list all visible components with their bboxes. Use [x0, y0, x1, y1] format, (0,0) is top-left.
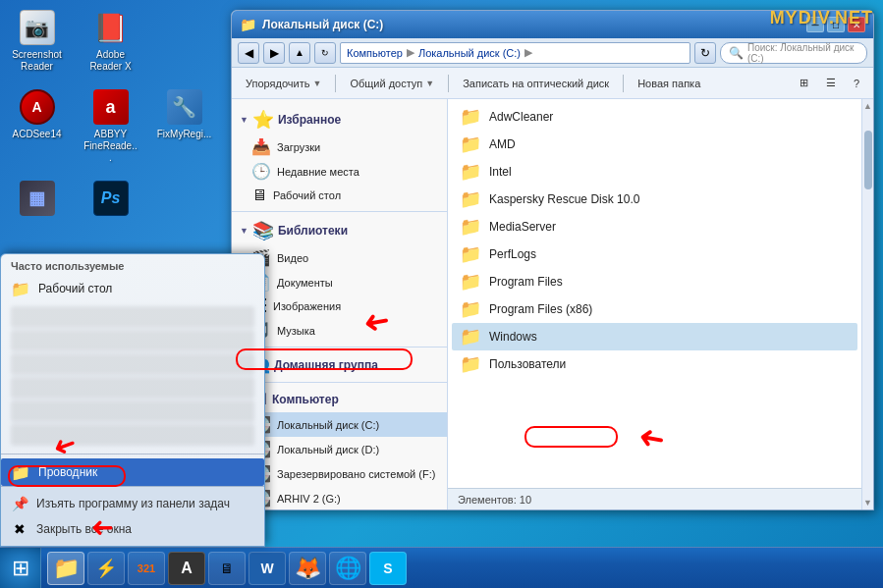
libraries-header[interactable]: ▼ 📚 Библиотеки [232, 216, 447, 245]
forward-button[interactable]: ▶ [263, 42, 285, 64]
share-button[interactable]: Общий доступ ▼ [342, 75, 442, 92]
explorer-window: 📁 Локальный диск (C:) ─ □ ✕ ◀ ▶ ▲ ↻ Комп… [231, 10, 874, 510]
blurred-item-3 [11, 353, 254, 375]
status-bar: Элементов: 10 [448, 488, 861, 509]
favorites-label: Избранное [278, 113, 341, 127]
desktop-icon-fixmyreg[interactable]: 🔧 FixMyRegi... [152, 84, 216, 168]
taskbar-skype-icon: S [383, 561, 392, 576]
taskbar-item-media[interactable]: 321 [128, 552, 165, 585]
desktop-icon-photoshop[interactable]: Ps [79, 176, 142, 224]
panel-divider-1 [232, 211, 447, 212]
search-icon: 🔍 [729, 46, 744, 60]
burn-button[interactable]: Записать на оптический диск [455, 75, 617, 92]
local-c-label: Локальный диск (C:) [277, 419, 379, 431]
organize-button[interactable]: Упорядочить ▼ [238, 75, 329, 92]
window-title: Локальный диск (C:) [262, 18, 383, 31]
taskbar-item-flash[interactable]: ⚡ [87, 552, 125, 585]
file-item-users[interactable]: 📁 Пользователи [452, 350, 857, 378]
desktop-menu-icon: 📁 [11, 279, 30, 298]
address-path[interactable]: Компьютер ▶ Локальный диск (C:) ▶ [340, 42, 690, 64]
file-item-program-files-x86[interactable]: 📁 Program Files (x86) [452, 295, 857, 323]
nav-downloads[interactable]: 📥 Загрузки [232, 134, 447, 159]
taskbar-item-skype[interactable]: S [369, 552, 407, 585]
taskbar-items: 📁 ⚡ 321 A 🖥 W 🦊 [41, 548, 413, 588]
start-menu-remove-pin[interactable]: 📌 Изъять программу из панели задач [1, 491, 264, 516]
intel-label: Intel [489, 165, 512, 179]
nav-recent[interactable]: 🕒 Недавние места [232, 159, 447, 184]
file-item-perflogs[interactable]: 📁 PerfLogs [452, 241, 857, 268]
scroll-down-button[interactable]: ▼ [863, 498, 872, 508]
start-menu-bottom: 📌 Изъять программу из панели задач ✖ Зак… [1, 486, 264, 546]
perflogs-label: PerfLogs [489, 247, 536, 261]
local-d-label: Локальный диск (D:) [277, 444, 379, 455]
blurred-item-4 [11, 377, 254, 399]
new-folder-button[interactable]: Новая папка [630, 75, 708, 92]
blurred-items-container [1, 302, 264, 450]
watermark-net: .NET [829, 8, 873, 27]
screenshot-reader-label: Screenshot Reader [9, 49, 65, 73]
file-item-adwcleaner[interactable]: 📁 AdwCleaner [452, 103, 857, 131]
scrollbar-thumb[interactable] [864, 131, 872, 189]
path-refresh-button[interactable]: ↻ [694, 42, 716, 64]
scrollbar[interactable]: ▲ ▼ [861, 99, 873, 509]
explorer-main: ▼ ⭐ Избранное 📥 Загрузки 🕒 Недавние мест… [232, 99, 873, 509]
desktop-icons: 📷 Screenshot Reader 📕 Adobe Reader X A [5, 5, 216, 224]
taskbar-media-label: 321 [138, 562, 155, 574]
downloads-folder-icon: 📥 [251, 137, 271, 156]
taskbar-item-display[interactable]: 🖥 [208, 552, 246, 585]
taskbar-font-label: A [181, 560, 193, 577]
taskbar-item-firefox[interactable]: 🦊 [289, 552, 326, 585]
taskbar-item-explorer[interactable]: 📁 [47, 552, 84, 585]
burn-label: Записать на оптический диск [463, 78, 609, 89]
system-f-label: Зарезервировано системой (F:) [277, 468, 435, 480]
mediaserver-label: MediaServer [489, 220, 556, 234]
favorites-arrow-icon: ▼ [240, 115, 248, 125]
file-item-kaspersky[interactable]: 📁 Kaspersky Rescue Disk 10.0 [452, 186, 857, 213]
file-item-windows[interactable]: 📁 Windows [452, 323, 857, 350]
start-menu-item-desktop[interactable]: 📁 Рабочий стол [1, 275, 264, 302]
up-button[interactable]: ▲ [289, 42, 310, 64]
adobe-reader-label: Adobe Reader X [83, 49, 138, 73]
program-files-x86-label: Program Files (x86) [489, 302, 592, 316]
path-part-local-disk[interactable]: Локальный диск (C:) [418, 47, 521, 59]
file-list: 📁 AdwCleaner 📁 AMD 📁 Intel 📁 Kaspersky R… [448, 99, 861, 488]
provodnik-label: Проводник [38, 465, 97, 479]
users-label: Пользователи [489, 357, 566, 371]
back-button[interactable]: ◀ [238, 42, 259, 64]
desktop-icon-vmware[interactable]: ▦ [5, 176, 69, 224]
toolbar-sep-3 [623, 75, 624, 92]
taskbar-flash-icon: ⚡ [95, 558, 117, 579]
scroll-up-button[interactable]: ▲ [863, 101, 872, 111]
start-button[interactable] [0, 548, 41, 589]
file-item-amd[interactable]: 📁 AMD [452, 131, 857, 158]
adwcleaner-folder-icon: 📁 [460, 106, 481, 128]
file-item-intel[interactable]: 📁 Intel [452, 158, 857, 186]
desktop-icon-acdsee[interactable]: A ACDSee14 [5, 84, 69, 168]
intel-folder-icon: 📁 [460, 161, 481, 183]
start-menu-item-provodnik[interactable]: 📁 Проводник [1, 458, 264, 486]
path-part-computer[interactable]: Компьютер [347, 47, 403, 59]
refresh-button[interactable]: ↻ [314, 42, 336, 64]
homegroup-label: Домашняя группа [274, 358, 378, 372]
favorites-header[interactable]: ▼ ⭐ Избранное [232, 105, 447, 134]
help-button[interactable]: ? [846, 75, 867, 92]
libraries-label: Библиотеки [278, 224, 348, 238]
desktop-icon-screenshot-reader[interactable]: 📷 Screenshot Reader [5, 5, 69, 77]
start-menu-close-all[interactable]: ✖ Закрыть все окна [1, 516, 264, 542]
desktop-icon-adobe-reader[interactable]: 📕 Adobe Reader X [79, 5, 142, 77]
screenshot-reader-icon: 📷 [19, 9, 56, 46]
nav-desktop[interactable]: 🖥 Рабочий стол [232, 184, 447, 207]
start-menu-divider [1, 454, 264, 454]
file-item-program-files[interactable]: 📁 Program Files [452, 268, 857, 295]
desktop-icon-abbyy[interactable]: a ABBYY FineReade... [79, 84, 142, 168]
search-box[interactable]: 🔍 Поиск: Локальный диск (C:) [720, 42, 867, 64]
view-grid-button[interactable]: ⊞ [792, 74, 816, 92]
search-placeholder: Поиск: Локальный диск (C:) [747, 42, 858, 64]
right-panel: 📁 AdwCleaner 📁 AMD 📁 Intel 📁 Kaspersky R… [448, 99, 861, 509]
taskbar-item-word[interactable]: W [248, 552, 286, 585]
address-bar: ◀ ▶ ▲ ↻ Компьютер ▶ Локальный диск (C:) … [232, 38, 873, 68]
file-item-mediaserver[interactable]: 📁 MediaServer [452, 213, 857, 241]
taskbar-item-chrome[interactable]: 🌐 [329, 552, 366, 585]
taskbar-item-font[interactable]: A [168, 552, 205, 585]
view-list-button[interactable]: ☰ [818, 74, 844, 92]
